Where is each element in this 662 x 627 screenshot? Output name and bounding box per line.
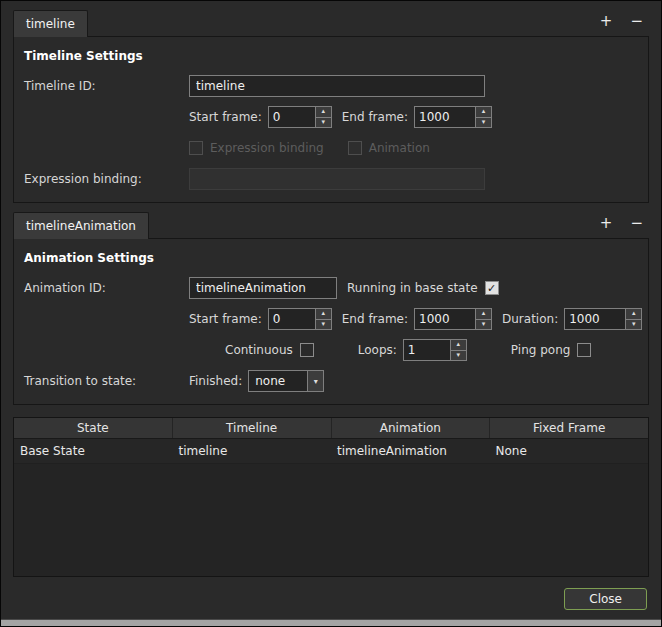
loops-spinbox[interactable]: ▴ ▾ bbox=[403, 339, 467, 361]
transition-to-state-label: Transition to state: bbox=[22, 374, 189, 388]
spin-up-icon[interactable]: ▴ bbox=[476, 107, 491, 117]
animation-options-row: Continuous Loops: ▴ ▾ Ping pong bbox=[22, 339, 640, 361]
timeline-frames-row: Start frame: ▴ ▾ End frame: ▴ ▾ bbox=[22, 106, 640, 128]
window-resize-edge[interactable] bbox=[1, 619, 661, 626]
animation-settings-heading: Animation Settings bbox=[22, 243, 640, 277]
animation-checkbox-group: Animation bbox=[348, 141, 430, 155]
spin-down-icon[interactable]: ▾ bbox=[476, 319, 491, 330]
start-frame-label: Start frame: bbox=[189, 312, 262, 326]
animation-start-frame-input[interactable] bbox=[269, 309, 315, 329]
timeline-section: timeline + − Timeline Settings Timeline … bbox=[13, 9, 649, 203]
column-header-animation[interactable]: Animation bbox=[331, 418, 490, 438]
animation-tabbar: timelineAnimation + − bbox=[13, 211, 649, 239]
remove-timeline-button[interactable]: − bbox=[630, 14, 643, 29]
end-frame-spinbox[interactable]: ▴ ▾ bbox=[414, 106, 492, 128]
table-row[interactable]: Base State timeline timelineAnimation No… bbox=[14, 439, 648, 464]
spin-down-icon[interactable]: ▾ bbox=[316, 319, 331, 330]
animation-settings-panel: Animation Settings Animation ID: Running… bbox=[13, 238, 649, 405]
timeline-tab-actions: + − bbox=[600, 14, 649, 37]
column-header-timeline[interactable]: Timeline bbox=[172, 418, 331, 438]
ping-pong-checkbox[interactable] bbox=[577, 343, 591, 357]
remove-animation-button[interactable]: − bbox=[630, 216, 643, 231]
timeline-id-label: Timeline ID: bbox=[22, 79, 189, 93]
finished-dropdown[interactable]: none ▾ bbox=[248, 370, 324, 392]
animation-id-row: Animation ID: Running in base state ✓ bbox=[22, 277, 640, 299]
running-in-base-state-group: Running in base state ✓ bbox=[347, 281, 499, 295]
timeline-checkbox-row: Expression binding Animation bbox=[22, 137, 640, 159]
timeline-settings-heading: Timeline Settings bbox=[22, 41, 640, 75]
tab-timeline-animation[interactable]: timelineAnimation bbox=[13, 212, 149, 239]
spin-down-icon[interactable]: ▾ bbox=[316, 117, 331, 128]
add-animation-button[interactable]: + bbox=[600, 216, 613, 231]
states-table-header: State Timeline Animation Fixed Frame bbox=[14, 418, 648, 439]
animation-checkbox-label: Animation bbox=[369, 141, 430, 155]
dialog-content: timeline + − Timeline Settings Timeline … bbox=[1, 1, 661, 619]
spin-up-icon[interactable]: ▴ bbox=[476, 309, 491, 319]
transition-row: Transition to state: Finished: none ▾ bbox=[22, 370, 640, 392]
spin-buttons: ▴ ▾ bbox=[625, 309, 641, 329]
loops-input[interactable] bbox=[404, 340, 450, 360]
spin-up-icon[interactable]: ▴ bbox=[451, 340, 466, 350]
column-header-state[interactable]: State bbox=[14, 418, 172, 438]
expression-binding-checkbox-label: Expression binding bbox=[210, 141, 324, 155]
duration-spinbox[interactable]: ▴ ▾ bbox=[564, 308, 642, 330]
expression-binding-row: Expression binding: bbox=[22, 168, 640, 190]
column-header-fixed-frame[interactable]: Fixed Frame bbox=[489, 418, 648, 438]
spin-buttons: ▴ ▾ bbox=[315, 107, 331, 127]
animation-id-input[interactable] bbox=[189, 277, 337, 299]
running-in-base-state-checkbox[interactable]: ✓ bbox=[485, 281, 499, 295]
continuous-checkbox[interactable] bbox=[300, 343, 314, 357]
timeline-settings-dialog: timeline + − Timeline Settings Timeline … bbox=[0, 0, 662, 627]
finished-label: Finished: bbox=[189, 374, 242, 388]
chevron-down-icon: ▾ bbox=[307, 371, 323, 391]
ping-pong-label: Ping pong bbox=[511, 343, 571, 357]
timeline-settings-panel: Timeline Settings Timeline ID: Start fra… bbox=[13, 36, 649, 203]
timeline-tabbar: timeline + − bbox=[13, 9, 649, 37]
animation-end-frame-spinbox[interactable]: ▴ ▾ bbox=[414, 308, 492, 330]
tab-timeline[interactable]: timeline bbox=[13, 10, 88, 37]
animation-frames-row: Start frame: ▴ ▾ End frame: ▴ ▾ bbox=[22, 308, 640, 330]
start-frame-label: Start frame: bbox=[189, 110, 262, 124]
animation-end-frame-input[interactable] bbox=[415, 309, 475, 329]
expression-binding-input bbox=[189, 168, 485, 190]
animation-start-frame-spinbox[interactable]: ▴ ▾ bbox=[268, 308, 332, 330]
end-frame-input[interactable] bbox=[415, 107, 475, 127]
dialog-footer: Close bbox=[1, 577, 661, 619]
loops-label: Loops: bbox=[358, 343, 397, 357]
spin-buttons: ▴ ▾ bbox=[315, 309, 331, 329]
cell-state: Base State bbox=[14, 444, 173, 458]
animation-tab-actions: + − bbox=[600, 216, 649, 239]
spin-down-icon[interactable]: ▾ bbox=[626, 319, 641, 330]
add-timeline-button[interactable]: + bbox=[600, 14, 613, 29]
cell-fixed-frame: None bbox=[490, 444, 649, 458]
finished-dropdown-value: none bbox=[255, 374, 285, 388]
ping-pong-group: Ping pong bbox=[511, 343, 592, 357]
start-frame-input[interactable] bbox=[269, 107, 315, 127]
spin-buttons: ▴ ▾ bbox=[475, 309, 491, 329]
spin-buttons: ▴ ▾ bbox=[450, 340, 466, 360]
spin-up-icon[interactable]: ▴ bbox=[316, 309, 331, 319]
animation-checkbox bbox=[348, 141, 362, 155]
spin-down-icon[interactable]: ▾ bbox=[476, 117, 491, 128]
continuous-group: Continuous bbox=[225, 343, 314, 357]
spin-buttons: ▴ ▾ bbox=[475, 107, 491, 127]
expression-binding-checkbox-group: Expression binding bbox=[189, 141, 324, 155]
duration-input[interactable] bbox=[565, 309, 625, 329]
end-frame-label: End frame: bbox=[342, 110, 408, 124]
animation-section: timelineAnimation + − Animation Settings… bbox=[13, 211, 649, 405]
spin-up-icon[interactable]: ▴ bbox=[316, 107, 331, 117]
timeline-id-input[interactable] bbox=[189, 75, 485, 97]
duration-label: Duration: bbox=[502, 312, 558, 326]
spin-up-icon[interactable]: ▴ bbox=[626, 309, 641, 319]
timeline-id-row: Timeline ID: bbox=[22, 75, 640, 97]
close-button[interactable]: Close bbox=[564, 588, 647, 610]
spin-down-icon[interactable]: ▾ bbox=[451, 350, 466, 361]
start-frame-spinbox[interactable]: ▴ ▾ bbox=[268, 106, 332, 128]
running-in-base-state-label: Running in base state bbox=[347, 281, 478, 295]
continuous-label: Continuous bbox=[225, 343, 293, 357]
table-empty-area bbox=[14, 464, 648, 576]
expression-binding-checkbox bbox=[189, 141, 203, 155]
end-frame-label: End frame: bbox=[342, 312, 408, 326]
states-table: State Timeline Animation Fixed Frame Bas… bbox=[13, 417, 649, 577]
cell-timeline: timeline bbox=[173, 444, 332, 458]
